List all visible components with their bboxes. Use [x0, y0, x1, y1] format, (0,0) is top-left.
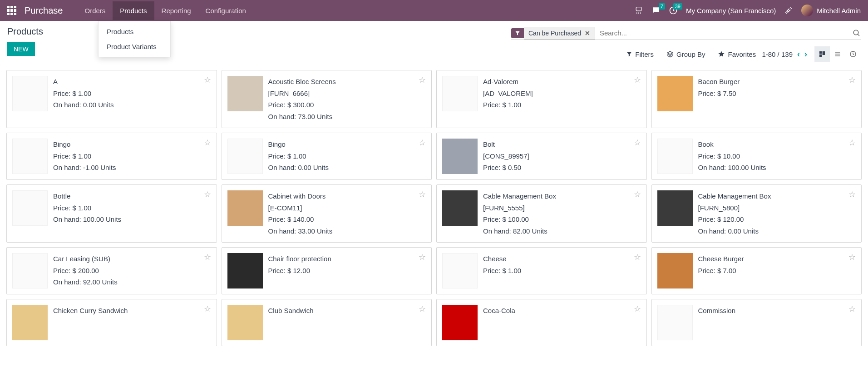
pager: 1-80 / 139 ‹ › — [762, 50, 807, 59]
star-icon[interactable]: ☆ — [419, 75, 426, 85]
product-ref: [AD_VALOREM] — [483, 88, 641, 99]
star-icon[interactable]: ☆ — [848, 138, 856, 148]
search-input[interactable] — [595, 26, 853, 40]
facet-remove[interactable]: ✕ — [585, 30, 590, 37]
apps-menu-icon[interactable] — [7, 6, 16, 15]
new-button[interactable]: NEW — [7, 42, 35, 56]
products-dropdown: Products Product Variants — [98, 21, 171, 57]
star-icon[interactable]: ☆ — [634, 75, 641, 85]
product-name: Bolt — [483, 139, 641, 150]
star-icon[interactable]: ☆ — [419, 189, 426, 199]
company-selector[interactable]: My Company (San Francisco) — [686, 7, 776, 15]
product-card[interactable]: CheesePrice: $ 1.00 ☆ — [436, 247, 647, 294]
app-name[interactable]: Purchase — [25, 5, 63, 16]
product-card[interactable]: Acoustic Bloc Screens[FURN_6666]Price: $… — [222, 70, 432, 128]
page-title: Products — [7, 26, 43, 37]
product-onhand: On hand: 73.00 Units — [268, 111, 426, 123]
star-icon[interactable]: ☆ — [419, 138, 426, 148]
product-card[interactable]: Cable Management Box[FURN_5800]Price: $ … — [651, 184, 862, 243]
dropdown-variants[interactable]: Product Variants — [99, 39, 170, 54]
activities-icon[interactable]: 39 — [669, 6, 678, 15]
kanban-view-button[interactable] — [814, 46, 830, 62]
product-card[interactable]: BingoPrice: $ 1.00On hand: -1.00 Units ☆ — [6, 133, 217, 180]
product-price: Price: $ 300.00 — [268, 99, 426, 111]
star-icon[interactable]: ☆ — [848, 75, 856, 85]
product-name: Cabinet with Doors — [268, 190, 426, 202]
favorites-button[interactable]: Favorites — [718, 50, 756, 58]
svg-rect-8 — [823, 51, 825, 55]
product-card[interactable]: Cable Management Box[FURN_5555]Price: $ … — [436, 184, 647, 243]
user-menu[interactable]: Mitchell Admin — [801, 5, 861, 16]
nav-orders[interactable]: Orders — [78, 1, 113, 20]
star-icon[interactable]: ☆ — [848, 252, 856, 262]
star-icon[interactable]: ☆ — [204, 189, 211, 199]
product-card[interactable]: Coca-Cola ☆ — [436, 299, 647, 346]
filters-button[interactable]: Filters — [626, 50, 654, 58]
product-price: Price: $ 100.00 — [483, 214, 641, 225]
debug-icon[interactable] — [784, 6, 793, 15]
star-icon[interactable]: ☆ — [634, 189, 641, 199]
product-card[interactable]: Car Leasing (SUB)Price: $ 200.00On hand:… — [6, 247, 217, 294]
star-icon[interactable]: ☆ — [204, 75, 211, 85]
product-onhand: On hand: 0.00 Units — [53, 99, 211, 111]
nav-configuration[interactable]: Configuration — [198, 1, 253, 20]
star-icon[interactable]: ☆ — [848, 304, 856, 314]
kanban-view: APrice: $ 1.00On hand: 0.00 Units ☆ Acou… — [0, 65, 868, 351]
search-options: Filters Group By Favorites — [626, 50, 756, 58]
phone-icon[interactable] — [634, 6, 643, 15]
nav-reporting[interactable]: Reporting — [154, 1, 198, 20]
avatar — [801, 5, 813, 16]
product-name: Commission — [698, 305, 856, 317]
star-icon[interactable]: ☆ — [204, 304, 211, 314]
product-ref: [E-COM11] — [268, 202, 426, 214]
star-icon[interactable]: ☆ — [419, 304, 426, 314]
list-view-button[interactable] — [830, 46, 845, 62]
product-card[interactable]: Chair floor protectionPrice: $ 12.00 ☆ — [222, 247, 432, 294]
star-icon[interactable]: ☆ — [204, 252, 211, 262]
star-icon[interactable]: ☆ — [419, 252, 426, 262]
product-onhand: On hand: 82.00 Units — [483, 225, 641, 237]
product-name: Car Leasing (SUB) — [53, 253, 211, 265]
product-onhand: On hand: 100.00 Units — [53, 214, 211, 225]
product-card[interactable]: Ad-Valorem[AD_VALOREM]Price: $ 1.00 ☆ — [436, 70, 647, 128]
product-price: Price: $ 10.00 — [698, 150, 856, 162]
product-name: Bingo — [268, 139, 426, 150]
groupby-button[interactable]: Group By — [666, 50, 705, 58]
product-card[interactable]: Club Sandwich ☆ — [222, 299, 432, 346]
activity-view-button[interactable] — [845, 46, 861, 62]
product-card[interactable]: BottlePrice: $ 1.00On hand: 100.00 Units… — [6, 184, 217, 243]
star-icon[interactable]: ☆ — [634, 304, 641, 314]
product-name: Club Sandwich — [268, 305, 426, 317]
dropdown-products[interactable]: Products — [99, 24, 170, 39]
user-name: Mitchell Admin — [817, 7, 861, 15]
star-icon[interactable]: ☆ — [634, 138, 641, 148]
product-card[interactable]: Bacon BurgerPrice: $ 7.50 ☆ — [651, 70, 862, 128]
pager-range[interactable]: 1-80 / 139 — [762, 50, 793, 58]
product-card[interactable]: Bolt[CONS_89957]Price: $ 0.50 ☆ — [436, 133, 647, 180]
nav-products[interactable]: Products — [113, 1, 154, 20]
product-price: Price: $ 7.50 — [698, 88, 856, 99]
product-onhand: On hand: 100.00 Units — [698, 162, 856, 174]
product-onhand: On hand: 0.00 Units — [268, 162, 426, 174]
activities-badge: 39 — [673, 3, 682, 10]
product-card[interactable]: Cheese BurgerPrice: $ 7.00 ☆ — [651, 247, 862, 294]
star-icon[interactable]: ☆ — [634, 252, 641, 262]
facet-value: Can be Purchased ✕ — [524, 27, 595, 40]
product-name: Book — [698, 139, 856, 150]
product-card[interactable]: BingoPrice: $ 1.00On hand: 0.00 Units ☆ — [222, 133, 432, 180]
pager-prev[interactable]: ‹ — [797, 50, 800, 59]
product-price: Price: $ 1.00 — [53, 202, 211, 214]
star-icon[interactable]: ☆ — [848, 189, 856, 199]
product-card[interactable]: BookPrice: $ 10.00On hand: 100.00 Units … — [651, 133, 862, 180]
product-card[interactable]: Cabinet with Doors[E-COM11]Price: $ 140.… — [222, 184, 432, 243]
star-icon[interactable]: ☆ — [204, 138, 211, 148]
product-card[interactable]: Chicken Curry Sandwich ☆ — [6, 299, 217, 346]
product-card[interactable]: APrice: $ 1.00On hand: 0.00 Units ☆ — [6, 70, 217, 128]
messages-icon[interactable]: 7 — [651, 6, 661, 15]
product-price: Price: $ 1.00 — [268, 150, 426, 162]
pager-next[interactable]: › — [804, 50, 807, 59]
search-icon[interactable] — [853, 29, 861, 37]
product-card[interactable]: Commission ☆ — [651, 299, 862, 346]
product-name: Cheese — [483, 253, 641, 265]
product-price: Price: $ 1.00 — [53, 150, 211, 162]
